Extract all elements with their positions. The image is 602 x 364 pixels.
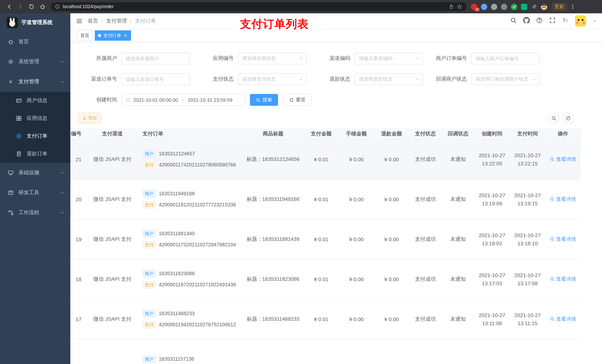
cell-refund: ¥ 0.00 [374,316,409,322]
app-id-select[interactable]: 请选择应用信息 [238,52,307,64]
share-icon[interactable] [449,4,454,9]
table-header-row: 编号 支付渠道 支付订单 商品标题 支付金额 手续金额 退款金额 支付状态 回调… [70,128,580,139]
view-detail-link[interactable]: 查看详情 [550,196,576,203]
sidebar-item-app-info[interactable]: 应用信息 [0,110,70,127]
site-info-icon[interactable] [55,4,60,9]
sidebar-item-pay-order[interactable]: 支付订单 [0,127,70,145]
extension-icon-1[interactable]: 10 [471,3,477,10]
refresh-table-button[interactable] [563,113,574,124]
cell-channel: 微信 JSAPI 支付 [86,156,139,163]
view-detail-link[interactable]: 查看详情 [550,316,576,322]
view-detail-link[interactable]: 查看详情 [550,276,576,282]
screen: localhost:1024/pay/order 10 更新 芋道管理系统 [0,0,602,364]
document-icon [16,151,22,157]
search-icon[interactable] [510,17,517,25]
col-fee: 手续金额 [339,130,374,137]
merchant-order-no-input[interactable] [471,52,540,64]
pin-icon[interactable] [531,3,537,10]
reset-button[interactable]: 重置 [283,94,311,106]
font-size-icon[interactable] [562,17,569,25]
col-refund: 退款金额 [374,130,409,137]
export-button[interactable]: 导出 [78,113,101,123]
active-tab-dot [98,34,101,37]
bookmark-star-icon[interactable] [457,4,462,9]
pay-badge: 支付 [142,241,156,248]
pay-order-no: 4200001167202110271022491439 [159,282,236,287]
extension-icon-4[interactable] [501,3,507,10]
sidebar-item-dev-tools[interactable]: 研发工具 [0,183,70,203]
cell-amount: ¥ 0.01 [304,236,339,242]
pay-order-no: 4200001174202110278060590766 [159,162,236,167]
cell-pay-time: 2021-10-2713:19:15 [510,191,545,207]
cell-action: 查看详情 [545,156,580,163]
user-avatar[interactable] [575,16,586,27]
channel-order-no-input[interactable] [121,73,190,85]
address-bar[interactable]: localhost:1024/pay/order [50,2,466,11]
tab-close-icon[interactable] [123,33,128,38]
tab-home[interactable]: 首页 [77,30,93,41]
browser-update-button[interactable]: 更新 [552,2,567,11]
table-row-partial[interactable]: 商户 1635311157136 [70,339,580,364]
logo-avatar [7,17,18,28]
filter-form: 所属商户 应用编号 请选择应用信息 渠道编码 [70,42,602,106]
channel-code-select[interactable]: 请输入渠道编码 [355,52,423,64]
browser-reload-button[interactable] [27,2,36,11]
show-search-button[interactable] [548,113,559,124]
extension-icon-3[interactable] [491,3,497,10]
cell-pay-time: 2021-10-2713:11:15 [510,311,545,327]
sidebar-item-workflow[interactable]: 工作流程 [0,203,70,223]
view-detail-link[interactable]: 查看详情 [550,156,576,163]
sidebar-item-home[interactable]: 首页 [0,32,70,52]
sidebar-item-system[interactable]: 系统管理 [0,52,70,72]
github-icon[interactable] [523,17,530,25]
cell-order: 商户 1635312124657 支付 42000011742021102780… [139,150,243,168]
home-icon [7,39,14,45]
browser-home-button[interactable] [38,2,47,11]
browser-back-button[interactable] [4,2,14,11]
pay-order-no: 4200001194202110276752100612 [159,322,236,327]
extension-icon-5[interactable] [511,3,517,10]
table-row[interactable]: 18 微信 JSAPI 支付 商户 1635311823086 支付 42000… [70,259,580,299]
refund-status-select[interactable]: 请选择退款状态 [355,73,423,85]
extension-icon-6[interactable] [521,3,527,10]
cell-create-time: 2021-10-2713:19:09 [474,191,510,207]
view-detail-link[interactable]: 查看详情 [550,236,576,242]
notify-status-select[interactable]: 请选择订单回调商户状态 [471,73,540,85]
cell-amount: ¥ 0.01 [304,196,339,202]
browser-menu-icon[interactable] [570,4,576,10]
browser-forward-button[interactable] [16,2,25,11]
cell-fee: ¥ 0.00 [339,196,374,202]
cell-order: 商户 1635311949168 支付 42000011812021102777… [139,190,243,208]
fullscreen-icon[interactable] [549,17,556,25]
profile-avatar[interactable] [541,3,547,10]
sidebar-item-refund-order[interactable]: 退款订单 [0,145,70,163]
table-row[interactable]: 20 微信 JSAPI 支付 商户 1635311949168 支付 42000… [70,179,580,219]
pay-status-select[interactable]: 请选择支付状态 [238,73,307,85]
cell-amount: ¥ 0.01 [304,316,339,322]
table-row[interactable]: 21 微信 JSAPI 支付 商户 1635312124657 支付 42000… [70,139,580,179]
merchant-badge: 商户 [142,230,156,237]
merchant-badge: 商户 [142,355,156,363]
cell-title: 标题：1635311823086 [243,276,304,282]
tab-pay-order[interactable]: 支付订单 [95,30,131,41]
table-row[interactable]: 19 微信 JSAPI 支付 商户 1635311881440 支付 42000… [70,219,580,259]
cell-status: 支付成功 [409,276,442,282]
table-row[interactable]: 17 微信 JSAPI 支付 商户 1635311468233 支付 42000… [70,299,580,339]
extension-icon-2[interactable] [481,3,487,10]
merchant-filter-input[interactable] [121,52,190,64]
sidebar-item-infrastructure[interactable]: 基础设施 [0,163,70,183]
help-icon[interactable] [536,17,543,25]
sidebar-item-payment[interactable]: 支付管理 [0,72,70,92]
sidebar-item-merchant-info[interactable]: 商户信息 [0,92,70,110]
caret-down-icon[interactable] [592,19,597,23]
breadcrumb-payment[interactable]: 支付管理 [106,18,127,24]
chevron-down-icon [60,60,64,64]
cell-status: 支付成功 [409,236,442,242]
breadcrumb-home[interactable]: 首页 [88,18,98,24]
search-button[interactable]: 搜索 [250,94,278,106]
cell-pay-time: 2021-10-2713:17:08 [510,271,545,287]
merchant-badge: 商户 [142,150,156,157]
page-annotation: 支付订单列表 [240,17,309,32]
hamburger-icon[interactable] [76,18,83,24]
create-time-range-input[interactable]: 2021-10-01 00:00:00 - 2021-10-31 23:59:5… [121,94,246,106]
